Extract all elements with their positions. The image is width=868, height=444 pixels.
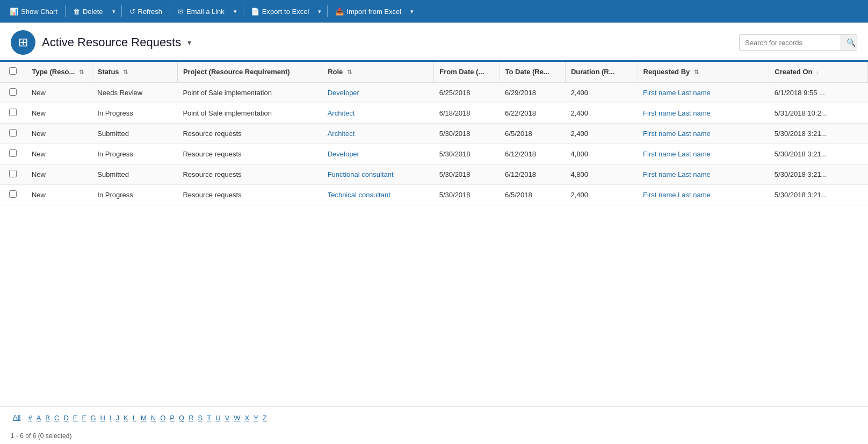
row-to-date: 6/5/2018 — [500, 124, 565, 144]
delete-dropdown-button[interactable]: ▾ — [110, 6, 118, 17]
email-dropdown-button[interactable]: ▾ — [231, 6, 240, 17]
export-dropdown-button[interactable]: ▾ — [315, 6, 324, 17]
row-type: New — [26, 82, 92, 103]
col-header-duration[interactable]: Duration (R... — [565, 62, 638, 82]
row-project: Resource requests — [177, 185, 322, 205]
show-chart-button[interactable]: 📊 Show Chart — [5, 5, 62, 18]
row-created-on: 5/30/2018 3:21... — [769, 185, 868, 205]
row-checkbox[interactable] — [9, 190, 17, 198]
app-icon: ⊞ — [11, 30, 35, 55]
row-from-date: 6/18/2018 — [434, 103, 500, 124]
row-to-date: 6/29/2018 — [500, 82, 565, 103]
row-checkbox[interactable] — [9, 109, 17, 116]
table-row[interactable]: New In Progress Resource requests Develo… — [0, 144, 868, 164]
toolbar: 📊 Show Chart 🗑 Delete ▾ ↺ Refresh ✉ Emai… — [0, 0, 868, 23]
table-row[interactable]: New Needs Review Point of Sale implement… — [0, 82, 868, 103]
row-role[interactable]: Developer — [322, 144, 434, 164]
table-row[interactable]: New In Progress Resource requests Techni… — [0, 185, 868, 205]
row-requested-by[interactable]: First name Last name — [638, 185, 769, 205]
sort-icon-type: ⇅ — [79, 69, 84, 75]
row-checkbox-cell[interactable] — [0, 144, 26, 164]
row-checkbox-cell[interactable] — [0, 164, 26, 185]
col-header-from-date[interactable]: From Date (... — [434, 62, 500, 82]
row-checkbox-cell[interactable] — [0, 124, 26, 144]
row-requested-by[interactable]: First name Last name — [638, 164, 769, 185]
row-status: Needs Review — [92, 82, 177, 103]
delete-icon: 🗑 — [73, 8, 80, 16]
row-checkbox-cell[interactable] — [0, 82, 26, 103]
row-created-on: 5/30/2018 3:21... — [769, 164, 868, 185]
row-status: In Progress — [92, 103, 177, 124]
search-button[interactable]: 🔍 — [841, 35, 857, 50]
row-from-date: 5/30/2018 — [434, 164, 500, 185]
excel-import-icon: 📥 — [335, 8, 344, 16]
toolbar-divider-2 — [121, 5, 122, 17]
row-created-on: 5/30/2018 3:21... — [769, 124, 868, 144]
table-row[interactable]: New Submitted Resource requests Architec… — [0, 124, 868, 144]
row-to-date: 6/12/2018 — [500, 164, 565, 185]
row-role[interactable]: Architect — [322, 124, 434, 144]
row-role[interactable]: Architect — [322, 103, 434, 124]
row-checkbox[interactable] — [9, 149, 17, 157]
import-dropdown-button[interactable]: ▾ — [408, 6, 416, 17]
row-project: Point of Sale implementation — [177, 82, 322, 103]
row-status: Submitted — [92, 124, 177, 144]
row-duration: 2,400 — [565, 82, 638, 103]
row-requested-by[interactable]: First name Last name — [638, 124, 769, 144]
row-checkbox[interactable] — [9, 88, 17, 96]
col-header-status[interactable]: Status ⇅ — [92, 62, 177, 82]
search-input[interactable] — [740, 35, 841, 50]
toolbar-divider-5 — [327, 5, 328, 17]
table-row[interactable]: New In Progress Point of Sale implementa… — [0, 103, 868, 124]
refresh-button[interactable]: ↺ Refresh — [125, 5, 167, 18]
row-type: New — [26, 103, 92, 124]
row-checkbox[interactable] — [9, 129, 17, 137]
export-excel-button[interactable]: 📄 Export to Excel — [247, 5, 313, 18]
email-link-button[interactable]: ✉ Email a Link — [173, 5, 229, 18]
toolbar-divider-4 — [243, 5, 243, 17]
row-project: Resource requests — [177, 164, 322, 185]
sort-icon-status: ⇅ — [123, 69, 128, 75]
row-checkbox-cell[interactable] — [0, 103, 26, 124]
email-icon: ✉ — [178, 8, 184, 16]
row-duration: 4,800 — [565, 144, 638, 164]
resource-requests-table: Type (Reso... ⇅ Status ⇅ Project (Resour… — [0, 62, 868, 205]
row-checkbox[interactable] — [9, 170, 17, 177]
row-status: In Progress — [92, 144, 177, 164]
col-header-created-on[interactable]: Created On ↓ — [769, 62, 868, 82]
row-role[interactable]: Functional consultant — [322, 164, 434, 185]
select-all-checkbox[interactable] — [9, 67, 17, 75]
row-to-date: 6/12/2018 — [500, 144, 565, 164]
row-type: New — [26, 185, 92, 205]
row-created-on: 6/1/2018 9:55 ... — [769, 82, 868, 103]
row-requested-by[interactable]: First name Last name — [638, 82, 769, 103]
sort-icon-role: ⇅ — [347, 69, 352, 75]
row-role[interactable]: Developer — [322, 82, 434, 103]
row-role[interactable]: Technical consultant — [322, 185, 434, 205]
row-requested-by[interactable]: First name Last name — [638, 144, 769, 164]
row-type: New — [26, 144, 92, 164]
row-project: Point of Sale implementation — [177, 103, 322, 124]
toolbar-divider-3 — [170, 5, 170, 17]
import-excel-button[interactable]: 📥 Import from Excel — [331, 5, 406, 18]
col-header-role[interactable]: Role ⇅ — [322, 62, 434, 82]
col-header-project[interactable]: Project (Resource Requirement) — [177, 62, 322, 82]
select-all-header[interactable] — [0, 62, 26, 82]
table-row[interactable]: New Submitted Resource requests Function… — [0, 164, 868, 185]
row-created-on: 5/30/2018 3:21... — [769, 144, 868, 164]
row-checkbox-cell[interactable] — [0, 185, 26, 205]
row-requested-by[interactable]: First name Last name — [638, 103, 769, 124]
row-type: New — [26, 164, 92, 185]
col-header-type[interactable]: Type (Reso... ⇅ — [26, 62, 92, 82]
row-type: New — [26, 124, 92, 144]
row-project: Resource requests — [177, 124, 322, 144]
row-duration: 2,400 — [565, 185, 638, 205]
col-header-to-date[interactable]: To Date (Re... — [500, 62, 565, 82]
title-dropdown-icon[interactable]: ▾ — [187, 38, 191, 47]
row-project: Resource requests — [177, 144, 322, 164]
excel-export-icon: 📄 — [251, 8, 259, 16]
col-header-requested-by[interactable]: Requested By ⇅ — [638, 62, 769, 82]
row-from-date: 5/30/2018 — [434, 124, 500, 144]
row-created-on: 5/31/2018 10:2... — [769, 103, 868, 124]
delete-button[interactable]: 🗑 Delete — [69, 5, 107, 18]
